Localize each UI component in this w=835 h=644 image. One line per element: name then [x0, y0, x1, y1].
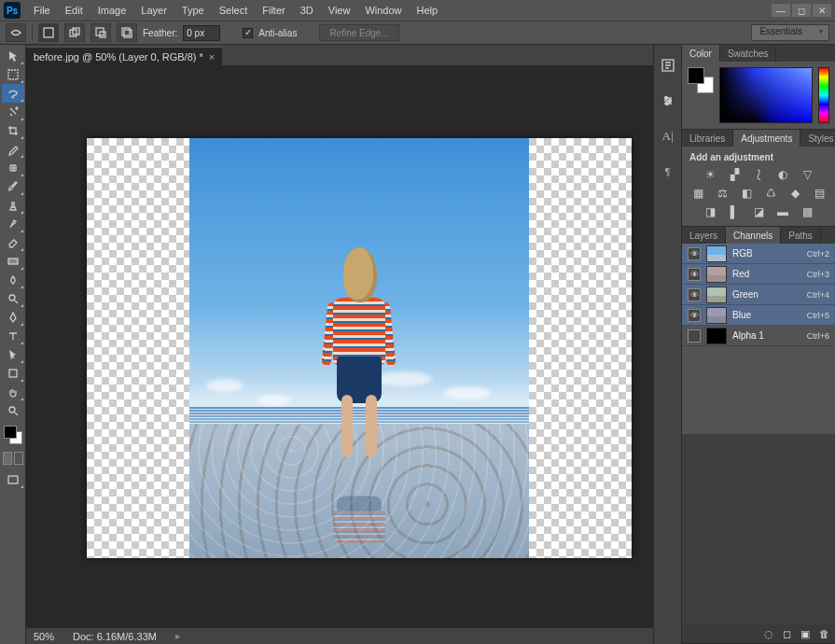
visibility-toggle[interactable]: 👁 [688, 288, 701, 301]
vibrance-icon[interactable]: ▽ [800, 168, 814, 181]
type-tool[interactable] [2, 327, 24, 345]
crop-tool[interactable] [2, 121, 24, 140]
shape-tool[interactable] [2, 364, 24, 383]
colorlookup-icon[interactable]: ▤ [812, 187, 827, 200]
selective-icon[interactable]: ▩ [800, 205, 814, 218]
properties-panel-icon[interactable] [659, 91, 677, 110]
channel-row[interactable]: 👁RedCtrl+3 [682, 264, 835, 285]
layers-tab[interactable]: Layers [682, 227, 726, 244]
zoom-tool[interactable] [2, 401, 24, 420]
zoom-level[interactable]: 50% [34, 631, 54, 642]
window-maximize-button[interactable]: ◻ [792, 4, 811, 17]
visibility-toggle[interactable]: 👁 [688, 247, 701, 260]
hand-tool[interactable] [2, 383, 24, 401]
marquee-tool[interactable] [2, 65, 24, 84]
canvas[interactable] [26, 65, 653, 627]
tool-preset-picker[interactable] [6, 23, 26, 42]
svg-point-18 [665, 103, 668, 105]
document-tab-bar: before.jpg @ 50% (Layer 0, RGB/8) * × [26, 45, 653, 65]
document-tab[interactable]: before.jpg @ 50% (Layer 0, RGB/8) * × [26, 47, 222, 65]
path-selection-tool[interactable] [2, 345, 24, 364]
new-channel-icon[interactable]: ▣ [800, 628, 810, 640]
visibility-toggle[interactable]: 👁 [688, 309, 701, 322]
color-field[interactable] [719, 67, 813, 123]
menu-layer[interactable]: Layer [133, 0, 174, 21]
add-selection-mode[interactable] [64, 23, 85, 42]
healing-tool[interactable] [2, 159, 24, 177]
posterize-icon[interactable]: ▌ [727, 205, 742, 218]
quick-mask-toggle[interactable] [2, 452, 24, 467]
invert-icon[interactable]: ◨ [703, 205, 717, 218]
gradientmap-icon[interactable]: ▬ [775, 205, 790, 218]
brush-tool[interactable] [2, 177, 24, 196]
channel-row[interactable]: 👁BlueCtrl+5 [682, 305, 835, 326]
doc-size[interactable]: Doc: 6.16M/6.33M [73, 631, 157, 642]
channel-row[interactable]: 👁Alpha 1Ctrl+6 [682, 326, 835, 346]
paragraph-panel-icon[interactable]: ¶ [659, 162, 677, 181]
colorbalance-icon[interactable]: ⚖ [715, 187, 730, 200]
libraries-tab[interactable]: Libraries [682, 130, 733, 147]
channels-tab[interactable]: Channels [726, 227, 781, 244]
panel-fgbg-colors[interactable] [688, 67, 714, 93]
gradient-tool[interactable] [2, 252, 24, 271]
menu-help[interactable]: Help [410, 0, 446, 21]
close-tab-icon[interactable]: × [209, 51, 215, 63]
blur-tool[interactable] [2, 271, 24, 289]
photofilter-icon[interactable]: ♺ [763, 187, 778, 200]
bw-icon[interactable]: ◧ [739, 187, 754, 200]
dodge-tool[interactable] [2, 289, 24, 308]
curves-icon[interactable]: ⟅ [751, 168, 766, 181]
character-panel-icon[interactable]: A| [659, 127, 677, 146]
styles-tab[interactable]: Styles [800, 130, 835, 147]
menu-type[interactable]: Type [174, 0, 212, 21]
hue-icon[interactable]: ▦ [690, 187, 705, 200]
foreground-background-colors[interactable] [2, 424, 24, 446]
menu-3d[interactable]: 3D [293, 0, 321, 21]
menu-filter[interactable]: Filter [255, 0, 292, 21]
refine-edge-button[interactable]: Refine Edge... [319, 24, 398, 41]
antialias-checkbox[interactable]: ✓ [243, 28, 253, 38]
feather-input[interactable] [183, 25, 220, 41]
menu-window[interactable]: Window [357, 0, 409, 21]
workspace-switcher[interactable]: Essentials [751, 24, 829, 41]
threshold-icon[interactable]: ◪ [751, 205, 766, 218]
lasso-tool[interactable] [2, 84, 24, 103]
brightness-icon[interactable]: ☀ [703, 168, 717, 181]
visibility-toggle[interactable]: 👁 [688, 268, 701, 281]
menu-edit[interactable]: Edit [58, 0, 90, 21]
pen-tool[interactable] [2, 308, 24, 327]
history-brush-tool[interactable] [2, 215, 24, 233]
channel-row[interactable]: 👁GreenCtrl+4 [682, 285, 835, 305]
save-selection-icon[interactable]: ◻ [783, 628, 791, 640]
paths-tab[interactable]: Paths [781, 227, 821, 244]
swatches-tab[interactable]: Swatches [720, 45, 776, 62]
menu-image[interactable]: Image [90, 0, 134, 21]
intersect-selection-mode[interactable] [117, 23, 137, 42]
quick-selection-tool[interactable] [2, 103, 24, 121]
hue-slider[interactable] [818, 67, 829, 123]
levels-icon[interactable]: ▞ [727, 168, 742, 181]
channel-row[interactable]: 👁RGBCtrl+2 [682, 244, 835, 264]
channelmixer-icon[interactable]: ◆ [787, 187, 802, 200]
channel-name: Alpha 1 [732, 330, 801, 341]
stamp-tool[interactable] [2, 196, 24, 215]
move-tool[interactable] [2, 47, 24, 65]
history-panel-icon[interactable] [659, 56, 677, 75]
delete-channel-icon[interactable]: 🗑 [819, 628, 829, 639]
load-selection-icon[interactable]: ◌ [764, 628, 773, 640]
eyedropper-tool[interactable] [2, 140, 24, 159]
window-minimize-button[interactable]: — [772, 4, 790, 17]
subtract-selection-mode[interactable] [90, 23, 111, 42]
adjustments-tab[interactable]: Adjustments [733, 130, 800, 147]
color-tab[interactable]: Color [682, 45, 720, 62]
visibility-toggle[interactable]: 👁 [688, 329, 701, 343]
new-selection-mode[interactable] [38, 23, 59, 42]
menu-file[interactable]: File [26, 0, 58, 21]
window-close-button[interactable]: ✕ [813, 4, 831, 17]
eraser-tool[interactable] [2, 233, 24, 252]
menu-select[interactable]: Select [212, 0, 256, 21]
options-bar: Feather: ✓ Anti-alias Refine Edge... Ess… [0, 21, 835, 45]
exposure-icon[interactable]: ◐ [775, 168, 790, 181]
menu-view[interactable]: View [321, 0, 358, 21]
screen-mode-button[interactable] [2, 470, 24, 489]
